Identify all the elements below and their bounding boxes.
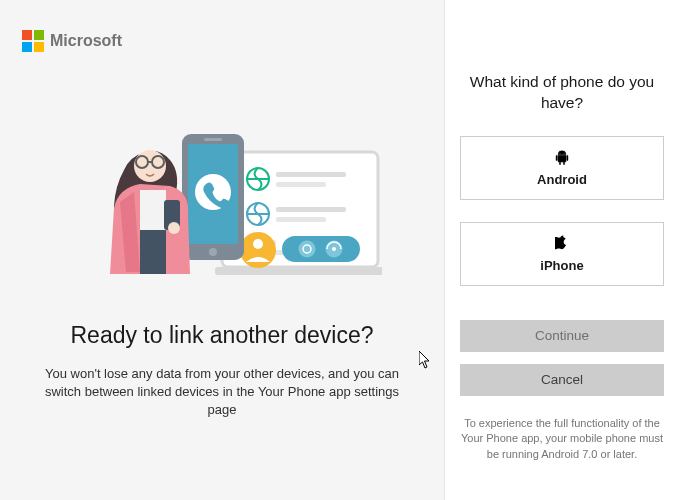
footnote: To experience the full functionality of …: [460, 416, 664, 462]
hero-illustration: [0, 52, 444, 302]
svg-point-12: [240, 232, 276, 268]
right-panel: What kind of phone do you have? Android …: [444, 0, 679, 500]
option-android[interactable]: Android: [460, 136, 664, 200]
android-icon: [554, 149, 570, 167]
option-label: Android: [537, 172, 587, 187]
page-title: Ready to link another device?: [30, 322, 414, 349]
left-text-block: Ready to link another device? You won't …: [0, 302, 444, 420]
svg-point-30: [168, 222, 180, 234]
svg-rect-1: [215, 267, 382, 275]
svg-point-18: [332, 247, 336, 251]
svg-rect-14: [282, 236, 360, 262]
left-panel: Microsoft: [0, 0, 444, 500]
svg-rect-22: [204, 138, 222, 141]
svg-rect-8: [276, 207, 346, 212]
option-iphone[interactable]: iPhone: [460, 222, 664, 286]
svg-point-23: [209, 248, 217, 256]
svg-rect-4: [276, 172, 346, 177]
svg-rect-5: [276, 182, 326, 187]
svg-rect-24: [140, 230, 166, 274]
svg-rect-9: [276, 217, 326, 222]
cancel-button[interactable]: Cancel: [460, 364, 664, 396]
option-label: iPhone: [540, 258, 583, 273]
right-title: What kind of phone do you have?: [460, 0, 664, 136]
page-subtitle: You won't lose any data from your other …: [30, 365, 414, 420]
brand-block: Microsoft: [0, 0, 444, 52]
brand-name: Microsoft: [50, 32, 122, 50]
apple-icon: [554, 235, 570, 253]
microsoft-logo-icon: [22, 30, 44, 52]
continue-button[interactable]: Continue: [460, 320, 664, 352]
svg-point-13: [253, 239, 263, 249]
svg-point-15: [299, 241, 316, 258]
